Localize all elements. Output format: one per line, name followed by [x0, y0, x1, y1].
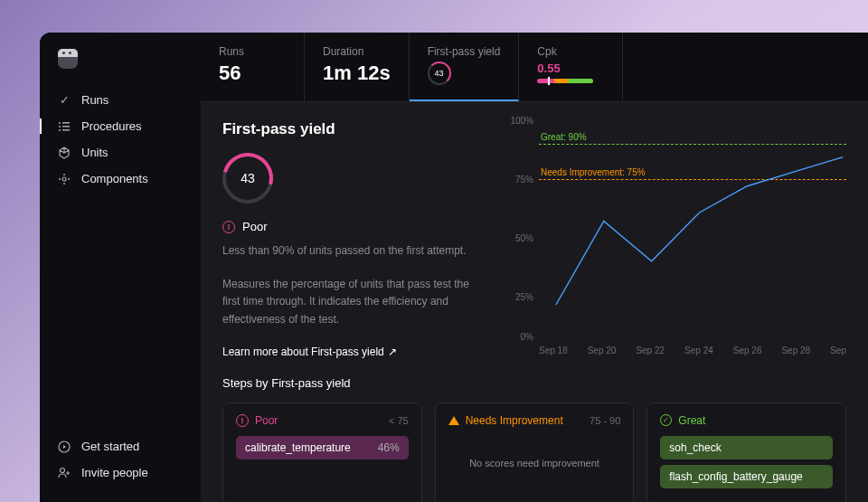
step-name: flash_config_battery_gauge: [669, 470, 802, 483]
svg-point-12: [61, 468, 65, 472]
learn-more-link[interactable]: Learn more about First-pass yield ↗: [222, 346, 397, 358]
sidebar-item-procedures[interactable]: Procedures: [40, 113, 201, 139]
fpy-gauge-icon: 43: [428, 62, 451, 85]
svg-point-7: [63, 174, 65, 175]
stat-value: 0.55: [537, 62, 604, 75]
y-tick: 50%: [515, 233, 533, 243]
sidebar-item-label: Components: [81, 172, 148, 185]
cpk-bar-icon: [537, 79, 593, 83]
alert-circle-icon: !: [236, 414, 249, 427]
svg-point-10: [59, 178, 61, 180]
gauge-value: 43: [241, 171, 255, 185]
column-label: Needs Improvement: [466, 414, 563, 427]
main-content: Runs 56 Duration 1m 12s First-pass yield…: [201, 33, 868, 502]
column-needs-improvement: Needs Improvement 75 - 90 No scores need…: [435, 403, 635, 502]
components-icon: [58, 173, 71, 185]
column-great: ✓ Great soh_check flash_config_battery_g…: [646, 403, 846, 502]
svg-point-0: [59, 122, 61, 124]
step-pct: 46%: [378, 441, 400, 454]
footer-label: Get started: [81, 440, 139, 453]
detail-panel: First-pass yield 43 ! Poor Less than 90%…: [222, 120, 485, 358]
steps-title: Steps by First-pass yield: [222, 376, 846, 390]
svg-rect-5: [62, 129, 70, 131]
description-text: Measures the percentage of units that pa…: [222, 276, 485, 328]
check-icon: ✓: [58, 94, 71, 107]
steps-section: Steps by First-pass yield ! Poor < 75 ca…: [201, 376, 868, 502]
stat-value: 56: [219, 62, 286, 85]
warning-icon: [448, 416, 459, 425]
app-logo: [58, 49, 78, 69]
empty-message: No scores need improvement: [448, 436, 621, 469]
footer-label: Invite people: [81, 466, 148, 479]
alert-circle-icon: !: [222, 221, 235, 233]
stat-label: Duration: [323, 45, 391, 58]
x-tick: Sep 20: [588, 346, 617, 355]
y-tick: 25%: [515, 292, 533, 302]
stat-card-runs[interactable]: Runs 56: [201, 33, 305, 101]
svg-point-9: [63, 183, 65, 185]
sidebar-item-units[interactable]: Units: [40, 139, 201, 166]
y-tick: 0%: [521, 332, 533, 342]
stat-label: Cpk: [537, 45, 604, 58]
column-range: < 75: [389, 415, 409, 426]
step-name: soh_check: [669, 441, 721, 454]
fpy-big-gauge: 43: [222, 153, 273, 204]
svg-rect-1: [62, 122, 70, 124]
sidebar-item-components[interactable]: Components: [40, 166, 201, 192]
step-chip[interactable]: flash_config_battery_gauge: [660, 465, 833, 488]
sidebar: ✓ Runs Procedures Units Components: [40, 33, 201, 502]
x-tick: Sep: [830, 346, 846, 355]
stat-card-duration[interactable]: Duration 1m 12s: [305, 33, 410, 101]
person-add-icon: [58, 467, 71, 479]
stat-card-cpk[interactable]: Cpk 0.55: [519, 33, 623, 101]
column-range: 75 - 90: [590, 415, 620, 426]
invite-people-link[interactable]: Invite people: [40, 459, 201, 486]
sidebar-item-label: Runs: [81, 93, 108, 107]
x-tick: Sep 24: [684, 346, 713, 355]
column-label: Poor: [255, 414, 278, 427]
app-window: ✓ Runs Procedures Units Components: [40, 33, 868, 502]
x-axis: Sep 18 Sep 20 Sep 22 Sep 24 Sep 26 Sep 2…: [539, 346, 846, 355]
status-line: ! Poor: [222, 220, 485, 233]
y-tick: 75%: [515, 175, 533, 185]
stat-row: Runs 56 Duration 1m 12s First-pass yield…: [201, 33, 868, 102]
cube-icon: [58, 147, 71, 159]
detail-section: First-pass yield 43 ! Poor Less than 90%…: [201, 102, 868, 376]
y-tick: 100%: [510, 116, 533, 126]
get-started-link[interactable]: Get started: [40, 433, 201, 459]
step-name: calibrate_temperature: [245, 441, 351, 454]
sidebar-item-label: Units: [81, 146, 108, 159]
stat-card-fpy[interactable]: First-pass yield 43: [410, 33, 520, 101]
sidebar-item-label: Procedures: [81, 119, 141, 133]
steps-columns: ! Poor < 75 calibrate_temperature 46%: [222, 403, 846, 502]
fpy-chart: 100% 75% 50% 25% 0% Great: 90% Needs Imp…: [512, 120, 846, 355]
section-title: First-pass yield: [222, 120, 485, 138]
summary-text: Less than 90% of units passed on the fir…: [222, 242, 485, 260]
stat-label: Runs: [219, 45, 286, 58]
x-tick: Sep 26: [733, 346, 762, 355]
step-chip[interactable]: soh_check: [660, 436, 833, 459]
column-header: Needs Improvement 75 - 90: [448, 414, 621, 427]
x-tick: Sep 18: [539, 346, 568, 355]
x-tick: Sep 22: [636, 346, 665, 355]
column-label: Great: [678, 414, 705, 427]
svg-rect-3: [62, 126, 70, 128]
status-text: Poor: [242, 220, 267, 233]
stat-label: First-pass yield: [428, 45, 501, 58]
svg-point-8: [68, 178, 70, 180]
check-circle-icon: ✓: [660, 414, 672, 426]
svg-point-2: [59, 126, 61, 128]
column-header: ✓ Great: [660, 414, 833, 427]
external-icon: ↗: [388, 346, 397, 358]
svg-point-6: [62, 177, 66, 181]
x-tick: Sep 28: [781, 346, 810, 355]
column-poor: ! Poor < 75 calibrate_temperature 46%: [222, 403, 422, 502]
list-icon: [58, 120, 71, 133]
step-chip[interactable]: calibrate_temperature 46%: [236, 436, 409, 459]
sidebar-footer: Get started Invite people: [40, 433, 201, 486]
play-icon: [58, 440, 71, 453]
column-header: ! Poor < 75: [236, 414, 409, 427]
svg-point-4: [59, 129, 61, 131]
line-chart-svg: [539, 120, 846, 326]
sidebar-item-runs[interactable]: ✓ Runs: [40, 87, 201, 113]
